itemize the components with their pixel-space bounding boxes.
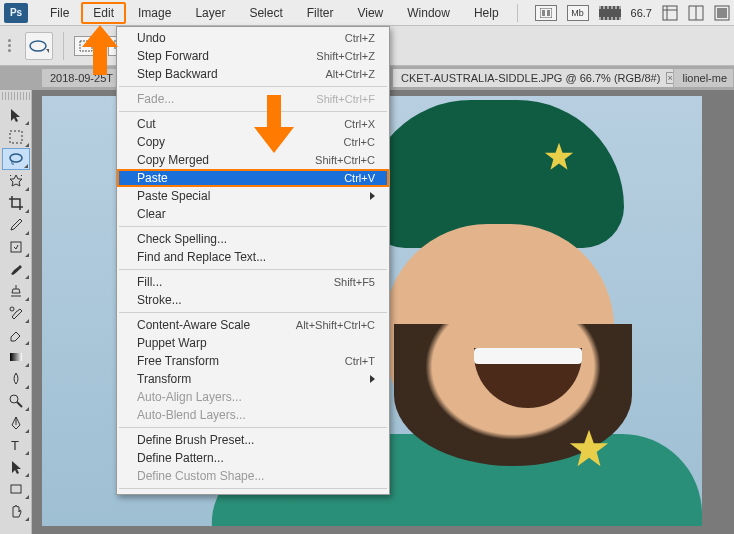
menu-separator bbox=[119, 86, 387, 87]
type-tool[interactable]: T bbox=[2, 434, 30, 456]
marquee-tool[interactable] bbox=[2, 126, 30, 148]
tab-label: CKET-AUSTRALIA-SIDDLE.JPG @ 66.7% (RGB/8… bbox=[401, 72, 660, 84]
blur-tool[interactable] bbox=[2, 368, 30, 390]
document-tab[interactable]: CKET-AUSTRALIA-SIDDLE.JPG @ 66.7% (RGB/8… bbox=[393, 69, 674, 87]
top-right-controls: Mb 66.7 bbox=[535, 5, 730, 21]
brush-tool[interactable] bbox=[2, 258, 30, 280]
pen-tool[interactable] bbox=[2, 412, 30, 434]
mini-bridge-icon[interactable]: Mb bbox=[567, 5, 589, 21]
menu-select[interactable]: Select bbox=[237, 2, 294, 24]
svg-rect-0 bbox=[540, 8, 552, 18]
menu-fade: Fade...Shift+Ctrl+F bbox=[117, 90, 389, 108]
app-logo: Ps bbox=[4, 3, 28, 23]
svg-rect-25 bbox=[11, 485, 21, 493]
path-select-tool[interactable] bbox=[2, 456, 30, 478]
quick-select-tool[interactable] bbox=[2, 170, 30, 192]
tool-palette: T bbox=[0, 90, 32, 534]
svg-rect-20 bbox=[11, 242, 21, 252]
extras-icon[interactable] bbox=[599, 6, 621, 20]
image-content bbox=[474, 348, 582, 364]
menu-define-shape: Define Custom Shape... bbox=[117, 467, 389, 485]
rectangle-tool[interactable] bbox=[2, 478, 30, 500]
svg-rect-18 bbox=[10, 131, 22, 143]
svg-point-23 bbox=[10, 395, 18, 403]
menu-edit[interactable]: Edit bbox=[81, 2, 126, 24]
screen-mode-icon[interactable] bbox=[714, 5, 730, 21]
svg-point-10 bbox=[30, 41, 46, 51]
menu-clear[interactable]: Clear bbox=[117, 205, 389, 223]
zoom-level[interactable]: 66.7 bbox=[631, 7, 652, 19]
document-tab[interactable]: lionel-me bbox=[674, 69, 734, 87]
dodge-tool[interactable] bbox=[2, 390, 30, 412]
svg-text:T: T bbox=[11, 438, 19, 453]
menu-paste[interactable]: PasteCtrl+V bbox=[117, 169, 389, 187]
svg-marker-11 bbox=[46, 49, 49, 53]
crop-tool[interactable] bbox=[2, 192, 30, 214]
menu-content-aware-scale[interactable]: Content-Aware ScaleAlt+Shift+Ctrl+C bbox=[117, 316, 389, 334]
menu-undo[interactable]: UndoCtrl+Z bbox=[117, 29, 389, 47]
svg-rect-22 bbox=[10, 353, 22, 361]
view-rulers-icon[interactable] bbox=[662, 5, 678, 21]
close-icon[interactable]: × bbox=[666, 72, 673, 84]
options-separator bbox=[63, 32, 64, 60]
menu-check-spelling[interactable]: Check Spelling... bbox=[117, 230, 389, 248]
clone-stamp-tool[interactable] bbox=[2, 280, 30, 302]
move-tool[interactable] bbox=[2, 104, 30, 126]
menu-step-backward[interactable]: Step BackwardAlt+Ctrl+Z bbox=[117, 65, 389, 83]
menu-window[interactable]: Window bbox=[395, 2, 462, 24]
svg-rect-2 bbox=[547, 10, 550, 16]
menu-stroke[interactable]: Stroke... bbox=[117, 291, 389, 309]
eyedropper-tool[interactable] bbox=[2, 214, 30, 236]
menu-define-pattern[interactable]: Define Pattern... bbox=[117, 449, 389, 467]
arrange-docs-icon[interactable] bbox=[688, 5, 704, 21]
menu-separator bbox=[119, 427, 387, 428]
lasso-tool[interactable] bbox=[2, 148, 30, 170]
svg-rect-1 bbox=[542, 10, 545, 16]
menu-image[interactable]: Image bbox=[126, 2, 183, 24]
menu-filter[interactable]: Filter bbox=[295, 2, 346, 24]
history-brush-tool[interactable] bbox=[2, 302, 30, 324]
menu-view[interactable]: View bbox=[345, 2, 395, 24]
menu-separator bbox=[119, 111, 387, 112]
annotation-arrow-up-icon bbox=[82, 25, 118, 78]
menu-separator bbox=[119, 226, 387, 227]
palette-grip[interactable] bbox=[2, 92, 30, 100]
menu-fill[interactable]: Fill...Shift+F5 bbox=[117, 273, 389, 291]
menu-separator bbox=[119, 312, 387, 313]
menu-separator bbox=[119, 488, 387, 489]
options-grip[interactable] bbox=[8, 39, 11, 52]
menu-free-transform[interactable]: Free TransformCtrl+T bbox=[117, 352, 389, 370]
menu-auto-align: Auto-Align Layers... bbox=[117, 388, 389, 406]
svg-point-19 bbox=[10, 154, 22, 162]
launch-bridge-icon[interactable] bbox=[535, 5, 557, 21]
star-icon bbox=[542, 140, 576, 174]
star-icon bbox=[566, 426, 612, 472]
menu-cut[interactable]: CutCtrl+X bbox=[117, 115, 389, 133]
menu-copy[interactable]: CopyCtrl+C bbox=[117, 133, 389, 151]
menu-define-brush[interactable]: Define Brush Preset... bbox=[117, 431, 389, 449]
healing-brush-tool[interactable] bbox=[2, 236, 30, 258]
edit-menu-dropdown: UndoCtrl+Z Step ForwardShift+Ctrl+Z Step… bbox=[116, 26, 390, 495]
menu-separator bbox=[119, 269, 387, 270]
menu-transform[interactable]: Transform bbox=[117, 370, 389, 388]
menu-copy-merged[interactable]: Copy MergedShift+Ctrl+C bbox=[117, 151, 389, 169]
current-tool-preset[interactable] bbox=[25, 32, 53, 60]
tab-label: lionel-me bbox=[682, 72, 727, 84]
menu-help[interactable]: Help bbox=[462, 2, 511, 24]
menubar-separator bbox=[517, 4, 518, 22]
gradient-tool[interactable] bbox=[2, 346, 30, 368]
menu-puppet-warp[interactable]: Puppet Warp bbox=[117, 334, 389, 352]
menu-step-forward[interactable]: Step ForwardShift+Ctrl+Z bbox=[117, 47, 389, 65]
submenu-arrow-icon bbox=[370, 375, 375, 383]
menu-file[interactable]: File bbox=[38, 2, 81, 24]
menubar: Ps File Edit Image Layer Select Filter V… bbox=[0, 0, 734, 26]
hand-tool[interactable] bbox=[2, 500, 30, 522]
svg-rect-9 bbox=[717, 8, 727, 18]
annotation-arrow-down-icon bbox=[254, 95, 294, 156]
svg-point-21 bbox=[10, 307, 14, 311]
menu-layer[interactable]: Layer bbox=[183, 2, 237, 24]
svg-rect-3 bbox=[663, 6, 677, 20]
menu-find-replace[interactable]: Find and Replace Text... bbox=[117, 248, 389, 266]
eraser-tool[interactable] bbox=[2, 324, 30, 346]
menu-paste-special[interactable]: Paste Special bbox=[117, 187, 389, 205]
